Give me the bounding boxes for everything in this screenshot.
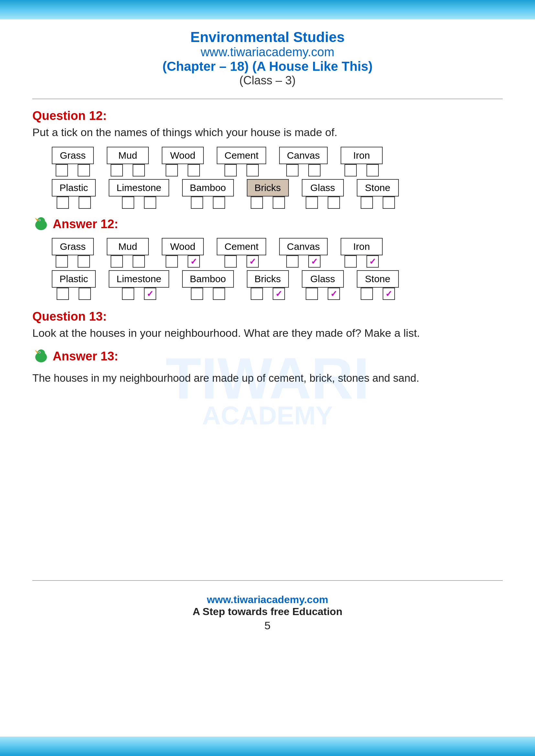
item-label: Glass	[302, 270, 344, 288]
tv-leg-right	[366, 164, 379, 176]
tv-leg-left	[122, 288, 134, 300]
tv-leg-left	[166, 164, 178, 176]
item-iron-a: Iron	[341, 238, 383, 268]
item-label: Stone	[357, 179, 399, 197]
tv-leg-right	[213, 288, 225, 300]
footer-page: 5	[32, 619, 503, 632]
tv-base	[111, 164, 145, 176]
header-divider	[32, 98, 503, 99]
tv-leg-left	[224, 255, 237, 268]
question-12-label: Question 12:	[32, 109, 503, 123]
question-12-section: Question 12: Put a tick on the names of …	[32, 109, 503, 209]
question-13-text: Look at the houses in your neighbourhood…	[32, 327, 503, 339]
svg-point-5	[37, 349, 45, 357]
answer-12-label: Answer 12:	[53, 217, 118, 231]
tv-leg-left	[345, 255, 357, 268]
item-glass-a: Glass	[302, 270, 344, 300]
tv-leg-right-checked	[144, 288, 156, 300]
tv-base	[361, 288, 395, 300]
answer-12-section: Answer 12: Grass Mud Wood	[32, 215, 503, 300]
tv-leg-left	[306, 197, 318, 209]
item-grass-q: Grass	[52, 147, 94, 176]
item-label: Plastic	[52, 270, 96, 288]
tv-leg-left	[57, 197, 69, 209]
tv-leg-left	[57, 288, 69, 300]
answer-13-section: Answer 13: The houses in my neighbourhoo…	[32, 347, 503, 386]
tv-leg-right-checked	[273, 288, 285, 300]
item-bricks-a: Bricks	[247, 270, 289, 300]
tv-base	[251, 197, 285, 209]
tv-leg-right	[79, 288, 91, 300]
page-content: Environmental Studies www.tiwariacademy.…	[0, 19, 535, 658]
tv-base	[56, 255, 90, 268]
header-class: (Class – 3)	[32, 74, 503, 87]
item-wood-a: Wood	[162, 238, 204, 268]
item-stone-a: Stone	[357, 270, 399, 300]
tv-leg-right-checked	[328, 288, 340, 300]
svg-point-1	[37, 217, 45, 225]
tv-leg-left	[286, 164, 298, 176]
item-label: Bricks	[247, 179, 289, 197]
a12-row2: Plastic Limestone Bamboo	[32, 270, 503, 300]
tv-base	[56, 164, 90, 176]
tv-base	[191, 288, 225, 300]
answer-13-header: Answer 13:	[32, 347, 503, 365]
item-label: Grass	[52, 147, 94, 164]
item-grass-a: Grass	[52, 238, 94, 268]
header-url: www.tiwariacademy.com	[32, 45, 503, 59]
item-canvas-q: Canvas	[279, 147, 328, 176]
tv-base	[286, 164, 321, 176]
tv-base	[191, 197, 225, 209]
item-limestone-q: Limestone	[109, 179, 169, 209]
item-label: Wood	[162, 147, 204, 164]
tv-base	[306, 288, 340, 300]
tv-leg-left	[111, 255, 123, 268]
item-label: Cement	[217, 238, 266, 255]
tv-base	[166, 164, 200, 176]
item-label: Bricks	[247, 270, 289, 288]
tv-leg-right	[187, 164, 200, 176]
item-canvas-a: Canvas	[279, 238, 328, 268]
tv-base	[345, 164, 379, 176]
footer: www.tiwariacademy.com A Step towards fre…	[32, 587, 503, 658]
tv-leg-right	[133, 164, 145, 176]
tv-leg-left	[345, 164, 357, 176]
footer-tagline: A Step towards free Education	[32, 606, 503, 618]
item-label: Mud	[107, 238, 149, 255]
tv-leg-right	[133, 255, 145, 268]
tv-leg-left	[306, 288, 318, 300]
tv-leg-left	[361, 197, 373, 209]
tv-leg-right	[144, 197, 156, 209]
tv-leg-left	[166, 255, 178, 268]
q12-row1: Grass Mud Wood	[32, 147, 503, 176]
item-limestone-a: Limestone	[109, 270, 169, 300]
svg-point-7	[39, 352, 40, 353]
tv-leg-right	[328, 197, 340, 209]
item-bricks-q: Bricks	[247, 179, 289, 209]
tv-base	[57, 288, 91, 300]
tv-leg-left	[111, 164, 123, 176]
item-plastic-q: Plastic	[52, 179, 96, 209]
item-label: Wood	[162, 238, 204, 255]
item-label: Limestone	[109, 179, 169, 197]
item-label: Grass	[52, 238, 94, 255]
tv-leg-left	[361, 288, 373, 300]
question-12-text: Put a tick on the names of things which …	[32, 126, 503, 139]
item-bamboo-q: Bamboo	[182, 179, 234, 209]
tv-base	[286, 255, 321, 268]
item-label: Plastic	[52, 179, 96, 197]
tv-leg-right	[79, 197, 91, 209]
tv-base	[57, 197, 91, 209]
item-label: Limestone	[109, 270, 169, 288]
item-cement-q: Cement	[217, 147, 266, 176]
tv-leg-left	[56, 255, 68, 268]
header: Environmental Studies www.tiwariacademy.…	[32, 19, 503, 92]
tv-leg-right-checked	[383, 288, 395, 300]
answer-12-header: Answer 12:	[32, 215, 503, 233]
question-13-label: Question 13:	[32, 310, 503, 324]
tv-leg-right-checked	[308, 255, 321, 268]
item-mud-a: Mud	[107, 238, 149, 268]
item-label: Mud	[107, 147, 149, 164]
tv-base	[345, 255, 379, 268]
top-bar	[0, 0, 535, 19]
